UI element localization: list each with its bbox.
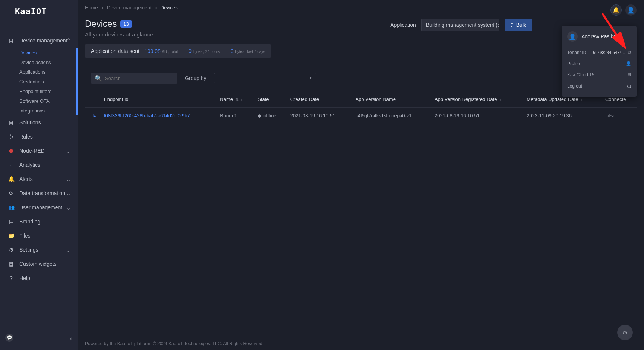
nav-files[interactable]: 📁Files	[0, 229, 78, 243]
page-header: Devices 13 All your devices at a glance …	[78, 15, 644, 38]
logo: KaaIOT	[0, 0, 78, 22]
nav-sub-integrations[interactable]: Integrations	[0, 106, 78, 115]
transform-icon: ⟳	[7, 190, 15, 196]
crumb-home[interactable]: Home	[85, 5, 98, 10]
nav-sub-devices[interactable]: Devices	[0, 48, 78, 57]
cell-metadata: 2023-11-09 20:19:36	[523, 108, 602, 124]
chevron-down-icon: ⌄	[66, 176, 71, 183]
chevron-right-icon: ›	[102, 5, 103, 10]
application-label: Application	[390, 22, 416, 28]
nav-sub-endpoint-filters[interactable]: Endpoint filters	[0, 86, 78, 96]
account-button[interactable]: 👤	[625, 4, 637, 16]
col-endpoint[interactable]: Endpoint Id↑	[100, 91, 216, 108]
cell-state: ◆offline	[254, 108, 287, 124]
search-icon: 🔍	[95, 75, 102, 82]
sort-icon: ↑	[499, 97, 502, 102]
person-icon: 👤	[627, 7, 635, 14]
dd-cloud[interactable]: Kaa Cloud 15🖥	[567, 69, 631, 80]
widgets-icon: ▦	[7, 261, 15, 267]
collapse-sidebar[interactable]: ‹	[70, 335, 72, 343]
col-created[interactable]: Created Date↑	[287, 91, 352, 108]
search-input[interactable]	[105, 76, 174, 81]
nav-settings[interactable]: ⚙Settings⌄	[0, 243, 78, 257]
avatar: 👤	[567, 31, 578, 42]
help-icon: ?	[7, 275, 15, 281]
application-select[interactable]: Building management system (c4	[421, 19, 499, 31]
breadcrumb: Home › Device management › Devices	[78, 0, 644, 15]
bulk-button[interactable]: ⤴ Bulk	[505, 19, 532, 31]
upload-icon: ⤴	[511, 22, 513, 28]
devices-table: Endpoint Id↑ Name⇅↑ State↑ Created Date↑…	[85, 91, 637, 124]
nav-node-red[interactable]: ⬢Node-RED⌄	[0, 144, 78, 158]
nav-sub-credentials[interactable]: Credentials	[0, 77, 78, 86]
sort-icon: ↑	[321, 97, 323, 102]
device-icon: ▦	[7, 38, 15, 44]
offline-icon: ◆	[258, 113, 261, 118]
nav-user-management[interactable]: 👥User management⌄	[0, 200, 78, 214]
dd-logout[interactable]: Log out⏻	[567, 80, 631, 92]
col-state[interactable]: State↑	[254, 91, 287, 108]
crumb-devices: Devices	[161, 5, 178, 10]
nav-help[interactable]: ?Help	[0, 271, 78, 285]
nav-solutions[interactable]: ▦Solutions	[0, 115, 78, 130]
cell-appver: c4f5gl2d4ks1slmoepa0-v1	[351, 108, 430, 124]
chat-bubble[interactable]: 💬	[5, 334, 13, 342]
chevron-down-icon: ⌄	[66, 147, 71, 155]
stats-bar: Application data sent 100.98 KB , Total …	[85, 44, 271, 58]
copy-icon[interactable]: ⧉	[628, 50, 631, 55]
chevron-down-icon: ⌄	[66, 246, 71, 254]
notifications-button[interactable]: 🔔	[610, 4, 622, 16]
chevron-down-icon: ⌄	[66, 190, 71, 197]
sort-icon: ↑	[271, 97, 274, 102]
settings-fab[interactable]: ⚙	[617, 325, 633, 340]
row-expand[interactable]: ↳	[85, 108, 100, 124]
person-icon: 👤	[626, 61, 631, 66]
nav-branding[interactable]: ▤Branding	[0, 214, 78, 229]
nav: ▦ Device management ⌃ Devices Device act…	[0, 22, 78, 285]
sort-icon: ↑	[580, 97, 583, 102]
col-registered[interactable]: App Version Registered Date↑	[431, 91, 523, 108]
nav-sub-applications[interactable]: Applications	[0, 67, 78, 77]
title-block: Devices 13 All your devices at a glance	[85, 19, 390, 38]
filter-icon: ⇅	[235, 97, 239, 102]
branding-icon: ▤	[7, 219, 15, 225]
count-badge: 13	[120, 20, 132, 28]
cell-name: Room 1	[216, 108, 254, 124]
topbar-icons: 🔔 👤	[610, 4, 637, 16]
nav-custom-widgets[interactable]: ▦Custom widgets	[0, 257, 78, 271]
col-name[interactable]: Name⇅↑	[216, 91, 254, 108]
crumb-device-management[interactable]: Device management	[107, 5, 151, 10]
dd-tenant[interactable]: Tenant ID: 59433264-b474-... ⧉	[567, 47, 631, 58]
logo-text: KaaIOT	[15, 7, 47, 16]
nav-sub-software-ota[interactable]: Software OTA	[0, 96, 78, 106]
stat-24h: 0	[189, 48, 192, 54]
cell-endpoint[interactable]: f08f339f-f260-428b-baf2-a614d2e029b7	[100, 108, 216, 124]
monitor-icon: 🖥	[627, 72, 631, 77]
cell-created: 2021-08-19 16:10:51	[287, 108, 352, 124]
sidebar: KaaIOT ▦ Device management ⌃ Devices Dev…	[0, 0, 78, 350]
account-dropdown: 👤 Andrew Pasika Tenant ID: 59433264-b474…	[562, 26, 637, 97]
bell-icon: 🔔	[612, 7, 620, 14]
table-row[interactable]: ↳ f08f339f-f260-428b-baf2-a614d2e029b7 R…	[85, 108, 637, 124]
code-icon: ⟨⟩	[7, 134, 15, 140]
page-subtitle: All your devices at a glance	[85, 31, 390, 38]
footer: Powered by the Kaa IoT platform. © 2024 …	[85, 341, 262, 346]
groupby-select[interactable]	[214, 73, 316, 83]
nav-rules[interactable]: ⟨⟩Rules	[0, 130, 78, 144]
nav-device-management[interactable]: ▦ Device management ⌃	[0, 34, 78, 48]
stats-label: Application data sent	[91, 48, 139, 54]
tenant-id: 59433264-b474-...	[593, 50, 626, 55]
person-icon: 👤	[569, 33, 576, 40]
search-box[interactable]: 🔍	[91, 73, 177, 84]
nav-sub-device-actions[interactable]: Device actions	[0, 57, 78, 67]
stat-7d: 0	[231, 48, 234, 54]
nav-analytics[interactable]: ⟋Analytics	[0, 158, 78, 172]
sort-icon: ↑	[131, 97, 133, 102]
nav-label: Device management	[19, 38, 67, 44]
col-appver[interactable]: App Version Name↑	[351, 91, 430, 108]
nav-data-transformation[interactable]: ⟳Data transformation⌄	[0, 186, 78, 200]
nav-alerts[interactable]: 🔔Alerts⌄	[0, 172, 78, 186]
header-actions: Application Building management system (…	[390, 19, 532, 31]
gear-icon: ⚙	[7, 247, 15, 253]
dd-profile[interactable]: Profile👤	[567, 58, 631, 69]
